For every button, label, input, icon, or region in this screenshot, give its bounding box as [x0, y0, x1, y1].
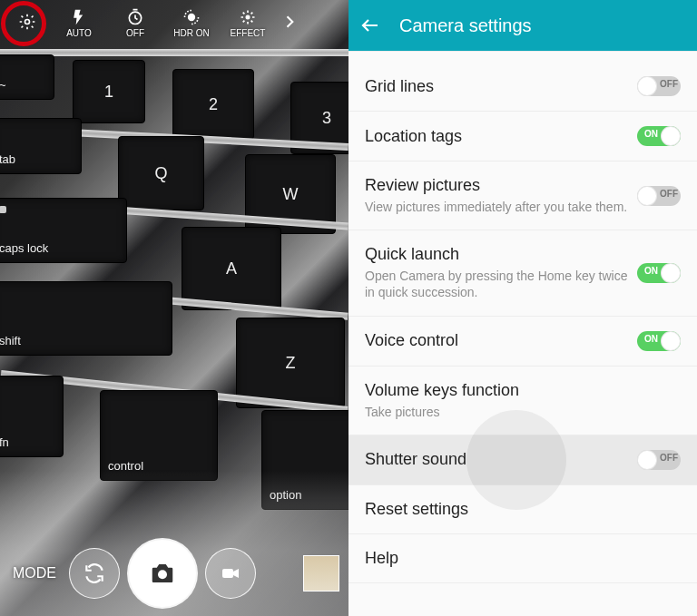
gear-icon [18, 13, 36, 31]
list-cutoff-indicator [348, 51, 697, 62]
settings-row[interactable]: Grid linesOFF [348, 62, 697, 112]
settings-row[interactable]: Help [348, 534, 697, 583]
toggle-label: OFF [660, 189, 678, 199]
camera-icon [149, 560, 176, 587]
camera-bottom-toolbar: MODE [0, 531, 348, 616]
settings-row-title: Quick launch [365, 245, 628, 264]
svg-rect-6 [222, 569, 233, 578]
toggle-knob [661, 263, 681, 283]
settings-row-title: Help [365, 549, 681, 568]
settings-button[interactable] [4, 0, 51, 45]
timer-icon [126, 8, 144, 26]
toggle-switch[interactable]: OFF [637, 450, 681, 470]
settings-row-title: Location tags [365, 127, 628, 146]
camera-settings-screen: Camera settings Grid linesOFFLocation ta… [348, 0, 697, 616]
toggle-switch[interactable]: OFF [637, 76, 681, 96]
toggle-label: OFF [660, 453, 678, 463]
toggle-knob [637, 186, 657, 206]
settings-row-text: Shutter sound [365, 450, 628, 469]
toggle-label: ON [644, 129, 658, 139]
settings-row-title: Shutter sound [365, 450, 628, 469]
settings-row-text: Review picturesView pictures immediately… [365, 176, 628, 215]
hdr-label: HDR ON [173, 28, 209, 38]
settings-row-text: Help [365, 549, 681, 568]
toggle-knob [661, 126, 681, 146]
settings-row-subtitle: Open Camera by pressing the Home key twi… [365, 268, 628, 300]
settings-row-title: Grid lines [365, 77, 628, 96]
camera-viewfinder-screen: ~ 1 2 3 tab Q W caps lock A shift Z fn c… [0, 0, 348, 616]
settings-list[interactable]: Grid linesOFFLocation tagsONReview pictu… [348, 51, 697, 616]
settings-row-text: Grid lines [365, 77, 628, 96]
video-icon [220, 562, 241, 584]
toggle-switch[interactable]: ON [637, 331, 681, 351]
hdr-icon [182, 8, 201, 26]
settings-row[interactable]: Review picturesView pictures immediately… [348, 161, 697, 230]
effect-icon [239, 8, 257, 26]
timer-button[interactable]: OFF [107, 0, 163, 45]
toggle-label: ON [644, 334, 658, 344]
settings-row[interactable]: Location tagsON [348, 112, 697, 161]
toggle-label: ON [644, 266, 658, 276]
settings-row-text: Location tags [365, 127, 628, 146]
camera-top-toolbar: AUTO OFF HDR ON EFFECT [0, 0, 348, 45]
settings-row[interactable]: Voice controlON [348, 317, 697, 367]
arrow-left-icon [359, 15, 381, 36]
back-button[interactable] [359, 15, 381, 36]
settings-title: Camera settings [399, 15, 532, 36]
svg-point-0 [25, 20, 30, 24]
toggle-knob [637, 450, 657, 470]
settings-row-subtitle: View pictures immediately after you take… [365, 199, 628, 215]
shutter-button[interactable] [129, 540, 196, 607]
settings-row-text: Voice control [365, 331, 628, 350]
switch-camera-button[interactable] [69, 548, 120, 599]
settings-row[interactable]: Quick launchOpen Camera by pressing the … [348, 230, 697, 316]
flash-icon [70, 8, 88, 26]
toggle-knob [637, 76, 657, 96]
chevron-right-icon [280, 13, 299, 31]
timer-label: OFF [126, 28, 144, 38]
flash-button[interactable]: AUTO [51, 0, 107, 45]
settings-row-text: Quick launchOpen Camera by pressing the … [365, 245, 628, 300]
switch-camera-icon [83, 562, 106, 585]
gallery-thumbnail[interactable] [303, 555, 339, 592]
effect-button[interactable]: EFFECT [220, 0, 276, 45]
toggle-knob [661, 331, 681, 351]
more-options-button[interactable] [276, 0, 303, 45]
settings-appbar: Camera settings [348, 0, 697, 51]
svg-point-5 [158, 570, 167, 579]
settings-row-title: Review pictures [365, 176, 628, 195]
effect-label: EFFECT [231, 28, 266, 38]
flash-label: AUTO [66, 28, 92, 38]
toggle-switch[interactable]: OFF [637, 186, 681, 206]
toggle-switch[interactable]: ON [637, 263, 681, 283]
toggle-switch[interactable]: ON [637, 126, 681, 146]
mode-button[interactable]: MODE [9, 558, 60, 589]
video-button[interactable] [205, 548, 256, 599]
settings-row-title: Voice control [365, 331, 628, 350]
settings-row[interactable]: Shutter soundOFF [348, 435, 697, 485]
hdr-button[interactable]: HDR ON [163, 0, 220, 45]
toggle-label: OFF [660, 79, 678, 89]
settings-row-title: Volume keys function [365, 381, 681, 400]
svg-point-4 [246, 15, 249, 18]
